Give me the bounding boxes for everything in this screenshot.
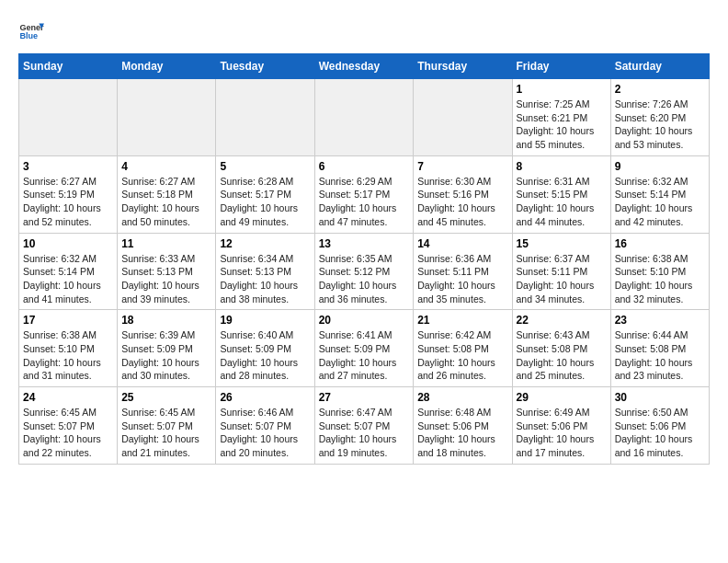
day-info: Sunrise: 6:50 AMSunset: 5:06 PMDaylight:… xyxy=(615,406,705,460)
day-info: Sunrise: 6:43 AMSunset: 5:08 PMDaylight:… xyxy=(517,328,607,383)
day-number: 3 xyxy=(23,160,113,173)
day-number: 27 xyxy=(319,391,410,404)
day-number: 5 xyxy=(220,160,310,173)
day-number: 20 xyxy=(319,314,410,327)
calendar-cell: 25Sunrise: 6:45 AMSunset: 5:07 PMDayligh… xyxy=(118,387,216,465)
calendar-cell: 11Sunrise: 6:33 AMSunset: 5:13 PMDayligh… xyxy=(118,233,216,310)
week-row-2: 3Sunrise: 6:27 AMSunset: 5:19 PMDaylight… xyxy=(19,155,710,233)
week-row-1: 1Sunrise: 7:25 AMSunset: 6:21 PMDaylight… xyxy=(19,79,710,156)
calendar-cell: 30Sunrise: 6:50 AMSunset: 5:06 PMDayligh… xyxy=(610,387,709,465)
day-info: Sunrise: 6:46 AMSunset: 5:07 PMDaylight:… xyxy=(220,406,310,460)
day-info: Sunrise: 6:31 AMSunset: 5:15 PMDaylight:… xyxy=(517,175,607,229)
calendar-cell: 13Sunrise: 6:35 AMSunset: 5:12 PMDayligh… xyxy=(314,233,414,310)
day-info: Sunrise: 6:45 AMSunset: 5:07 PMDaylight:… xyxy=(121,406,211,460)
day-info: Sunrise: 6:38 AMSunset: 5:10 PMDaylight:… xyxy=(615,252,705,306)
day-info: Sunrise: 6:42 AMSunset: 5:08 PMDaylight:… xyxy=(417,328,507,383)
calendar-cell: 28Sunrise: 6:48 AMSunset: 5:06 PMDayligh… xyxy=(414,387,512,465)
day-info: Sunrise: 6:47 AMSunset: 5:07 PMDaylight:… xyxy=(319,406,410,460)
calendar-cell: 22Sunrise: 6:43 AMSunset: 5:08 PMDayligh… xyxy=(512,310,610,387)
weekday-header-saturday: Saturday xyxy=(610,54,709,79)
day-number: 1 xyxy=(517,83,607,96)
logo-icon: General Blue xyxy=(18,18,44,44)
calendar-cell: 16Sunrise: 6:38 AMSunset: 5:10 PMDayligh… xyxy=(610,233,709,310)
day-number: 26 xyxy=(220,391,310,404)
calendar-cell: 1Sunrise: 7:25 AMSunset: 6:21 PMDaylight… xyxy=(512,79,610,156)
day-number: 9 xyxy=(615,160,705,173)
calendar-cell: 12Sunrise: 6:34 AMSunset: 5:13 PMDayligh… xyxy=(216,233,314,310)
day-info: Sunrise: 6:37 AMSunset: 5:11 PMDaylight:… xyxy=(517,252,607,306)
calendar-cell: 10Sunrise: 6:32 AMSunset: 5:14 PMDayligh… xyxy=(19,233,118,310)
week-row-3: 10Sunrise: 6:32 AMSunset: 5:14 PMDayligh… xyxy=(19,233,710,310)
day-number: 14 xyxy=(417,237,507,250)
calendar-cell: 3Sunrise: 6:27 AMSunset: 5:19 PMDaylight… xyxy=(19,155,118,233)
day-info: Sunrise: 6:38 AMSunset: 5:10 PMDaylight:… xyxy=(23,328,113,383)
calendar-cell: 2Sunrise: 7:26 AMSunset: 6:20 PMDaylight… xyxy=(610,79,709,156)
day-info: Sunrise: 7:25 AMSunset: 6:21 PMDaylight:… xyxy=(517,98,607,152)
calendar-cell: 29Sunrise: 6:49 AMSunset: 5:06 PMDayligh… xyxy=(512,387,610,465)
week-row-5: 24Sunrise: 6:45 AMSunset: 5:07 PMDayligh… xyxy=(19,387,710,465)
day-info: Sunrise: 6:45 AMSunset: 5:07 PMDaylight:… xyxy=(23,406,113,460)
header: General Blue xyxy=(18,18,710,44)
weekday-header-monday: Monday xyxy=(118,54,216,79)
day-number: 16 xyxy=(615,237,705,250)
calendar-cell: 9Sunrise: 6:32 AMSunset: 5:14 PMDaylight… xyxy=(610,155,709,233)
day-number: 11 xyxy=(121,237,211,250)
calendar-cell: 6Sunrise: 6:29 AMSunset: 5:17 PMDaylight… xyxy=(314,155,414,233)
calendar-cell: 27Sunrise: 6:47 AMSunset: 5:07 PMDayligh… xyxy=(314,387,414,465)
logo: General Blue xyxy=(18,18,48,44)
day-number: 22 xyxy=(517,314,607,327)
day-info: Sunrise: 6:40 AMSunset: 5:09 PMDaylight:… xyxy=(220,328,310,383)
weekday-header-tuesday: Tuesday xyxy=(216,54,314,79)
calendar-cell: 23Sunrise: 6:44 AMSunset: 5:08 PMDayligh… xyxy=(610,310,709,387)
day-info: Sunrise: 6:28 AMSunset: 5:17 PMDaylight:… xyxy=(220,175,310,229)
day-info: Sunrise: 6:39 AMSunset: 5:09 PMDaylight:… xyxy=(121,328,211,383)
calendar-cell: 26Sunrise: 6:46 AMSunset: 5:07 PMDayligh… xyxy=(216,387,314,465)
weekday-header-friday: Friday xyxy=(512,54,610,79)
day-number: 7 xyxy=(417,160,507,173)
calendar-cell: 14Sunrise: 6:36 AMSunset: 5:11 PMDayligh… xyxy=(414,233,512,310)
weekday-header-thursday: Thursday xyxy=(414,54,512,79)
day-number: 28 xyxy=(417,391,507,404)
svg-text:Blue: Blue xyxy=(19,31,38,40)
calendar-cell: 5Sunrise: 6:28 AMSunset: 5:17 PMDaylight… xyxy=(216,155,314,233)
day-info: Sunrise: 6:32 AMSunset: 5:14 PMDaylight:… xyxy=(23,252,113,306)
day-number: 30 xyxy=(615,391,705,404)
day-number: 24 xyxy=(23,391,113,404)
calendar-cell: 17Sunrise: 6:38 AMSunset: 5:10 PMDayligh… xyxy=(19,310,118,387)
day-number: 10 xyxy=(23,237,113,250)
day-info: Sunrise: 6:41 AMSunset: 5:09 PMDaylight:… xyxy=(319,328,410,383)
calendar: SundayMondayTuesdayWednesdayThursdayFrid… xyxy=(18,53,710,465)
day-number: 18 xyxy=(121,314,211,327)
day-info: Sunrise: 6:32 AMSunset: 5:14 PMDaylight:… xyxy=(615,175,705,229)
day-info: Sunrise: 6:27 AMSunset: 5:19 PMDaylight:… xyxy=(23,175,113,229)
calendar-cell: 20Sunrise: 6:41 AMSunset: 5:09 PMDayligh… xyxy=(314,310,414,387)
day-number: 4 xyxy=(121,160,211,173)
day-info: Sunrise: 6:35 AMSunset: 5:12 PMDaylight:… xyxy=(319,252,410,306)
day-number: 2 xyxy=(615,83,705,96)
day-info: Sunrise: 6:30 AMSunset: 5:16 PMDaylight:… xyxy=(417,175,507,229)
day-info: Sunrise: 6:29 AMSunset: 5:17 PMDaylight:… xyxy=(319,175,410,229)
calendar-cell xyxy=(118,79,216,156)
day-info: Sunrise: 6:33 AMSunset: 5:13 PMDaylight:… xyxy=(121,252,211,306)
calendar-cell: 24Sunrise: 6:45 AMSunset: 5:07 PMDayligh… xyxy=(19,387,118,465)
calendar-cell: 15Sunrise: 6:37 AMSunset: 5:11 PMDayligh… xyxy=(512,233,610,310)
day-number: 15 xyxy=(517,237,607,250)
day-number: 21 xyxy=(417,314,507,327)
day-number: 29 xyxy=(517,391,607,404)
weekday-header-sunday: Sunday xyxy=(19,54,118,79)
day-number: 17 xyxy=(23,314,113,327)
day-number: 13 xyxy=(319,237,410,250)
calendar-cell: 4Sunrise: 6:27 AMSunset: 5:18 PMDaylight… xyxy=(118,155,216,233)
calendar-cell: 7Sunrise: 6:30 AMSunset: 5:16 PMDaylight… xyxy=(414,155,512,233)
day-number: 23 xyxy=(615,314,705,327)
calendar-cell xyxy=(414,79,512,156)
day-number: 6 xyxy=(319,160,410,173)
calendar-cell: 8Sunrise: 6:31 AMSunset: 5:15 PMDaylight… xyxy=(512,155,610,233)
day-info: Sunrise: 6:44 AMSunset: 5:08 PMDaylight:… xyxy=(615,328,705,383)
day-number: 8 xyxy=(517,160,607,173)
calendar-cell xyxy=(216,79,314,156)
day-number: 25 xyxy=(121,391,211,404)
day-info: Sunrise: 7:26 AMSunset: 6:20 PMDaylight:… xyxy=(615,98,705,152)
day-info: Sunrise: 6:36 AMSunset: 5:11 PMDaylight:… xyxy=(417,252,507,306)
calendar-cell: 21Sunrise: 6:42 AMSunset: 5:08 PMDayligh… xyxy=(414,310,512,387)
